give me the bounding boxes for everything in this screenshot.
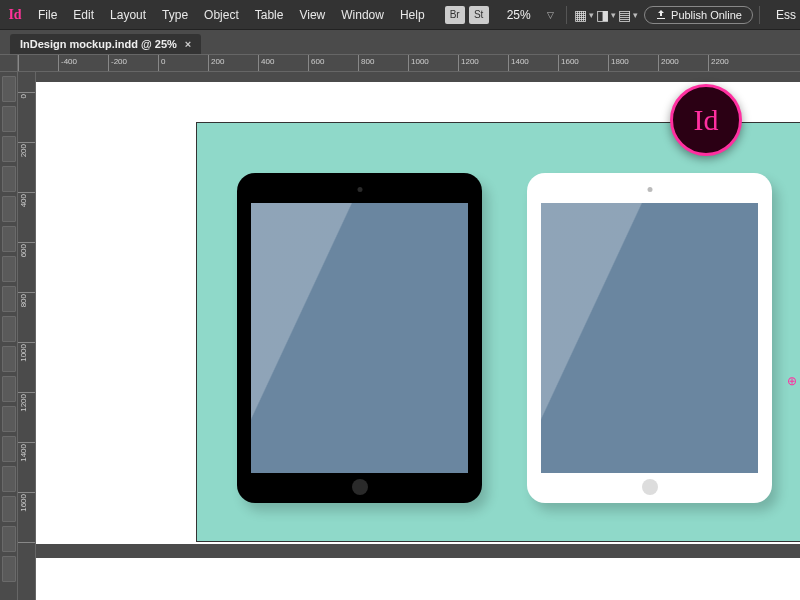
page-gap <box>36 544 800 558</box>
next-page-edge <box>36 558 800 600</box>
stock-icon[interactable]: St <box>469 6 489 24</box>
tool-slot[interactable] <box>2 406 16 432</box>
tools-panel <box>0 72 18 600</box>
ruler-tick <box>18 55 19 71</box>
ruler-tick: 0 <box>18 92 35 93</box>
tool-slot[interactable] <box>2 316 16 342</box>
ruler-tick: 800 <box>358 55 359 71</box>
document-canvas[interactable] <box>36 72 800 600</box>
document-tab-strip: InDesign mockup.indd @ 25% × <box>0 30 800 54</box>
ruler-tick: 1600 <box>558 55 559 71</box>
ruler-tick: 200 <box>18 142 35 143</box>
ruler-tick: 0 <box>158 55 159 71</box>
home-button-icon <box>642 479 658 495</box>
tool-slot[interactable] <box>2 526 16 552</box>
ruler-tick: -200 <box>108 55 109 71</box>
tool-slot[interactable] <box>2 106 16 132</box>
ruler-tick: 600 <box>308 55 309 71</box>
ruler-tick: 2000 <box>658 55 659 71</box>
camera-icon <box>357 187 362 192</box>
menu-file[interactable]: File <box>30 0 65 30</box>
ruler-tick: 600 <box>18 242 35 243</box>
document-tab-title: InDesign mockup.indd @ 25% <box>20 38 177 50</box>
main-menu: File Edit Layout Type Object Table View … <box>30 0 433 30</box>
workspace: 02004006008001000120014001600 <box>0 72 800 600</box>
tool-slot[interactable] <box>2 286 16 312</box>
screen-mode-icon[interactable]: ◨▾ <box>595 0 617 30</box>
app-logo: Id <box>0 7 30 23</box>
ruler-tick: 800 <box>18 292 35 293</box>
ruler-tick: 1000 <box>408 55 409 71</box>
tool-slot[interactable] <box>2 556 16 582</box>
ruler-tick: 1000 <box>18 342 35 343</box>
ruler-tick: 400 <box>258 55 259 71</box>
top-menu-bar: Id File Edit Layout Type Object Table Vi… <box>0 0 800 30</box>
menu-view[interactable]: View <box>291 0 333 30</box>
tablet-screen <box>541 203 758 473</box>
ruler-tick: 400 <box>18 192 35 193</box>
tool-slot[interactable] <box>2 466 16 492</box>
tool-slot[interactable] <box>2 376 16 402</box>
publish-online-button[interactable]: Publish Online <box>644 6 753 24</box>
ruler-tick <box>18 542 35 543</box>
ruler-tick: 1400 <box>508 55 509 71</box>
ruler-tick: 200 <box>208 55 209 71</box>
menu-object[interactable]: Object <box>196 0 247 30</box>
zoom-level-label: 25% <box>507 8 531 22</box>
bridge-icon[interactable]: Br <box>445 6 465 24</box>
tool-slot[interactable] <box>2 196 16 222</box>
tool-slot[interactable] <box>2 136 16 162</box>
home-button-icon <box>352 479 368 495</box>
tool-slot[interactable] <box>2 346 16 372</box>
tablet-mockup-black[interactable] <box>237 173 482 503</box>
horizontal-ruler[interactable]: -400-20002004006008001000120014001600180… <box>0 54 800 72</box>
menu-type[interactable]: Type <box>154 0 196 30</box>
view-options-icon[interactable]: ▦▾ <box>573 0 595 30</box>
tablet-screen <box>251 203 468 473</box>
indesign-badge-icon: Id <box>670 84 742 156</box>
overset-text-icon[interactable]: ⊕ <box>787 374 797 384</box>
toolbar-divider <box>759 6 760 24</box>
zoom-level-dropdown[interactable]: 25% ▽ <box>501 0 560 30</box>
menu-layout[interactable]: Layout <box>102 0 154 30</box>
chevron-down-icon: ▽ <box>547 10 554 20</box>
tablet-mockup-white[interactable] <box>527 173 772 503</box>
pasteboard <box>36 82 800 600</box>
ruler-tick: 1400 <box>18 442 35 443</box>
document-tab[interactable]: InDesign mockup.indd @ 25% × <box>10 34 201 54</box>
menu-edit[interactable]: Edit <box>65 0 102 30</box>
publish-online-label: Publish Online <box>671 9 742 21</box>
close-icon[interactable]: × <box>185 38 191 50</box>
page-artboard[interactable] <box>196 122 800 542</box>
menu-window[interactable]: Window <box>333 0 392 30</box>
camera-icon <box>647 187 652 192</box>
ruler-tick: 1200 <box>458 55 459 71</box>
ruler-tick: 2200 <box>708 55 709 71</box>
tool-slot[interactable] <box>2 496 16 522</box>
tool-slot[interactable] <box>2 436 16 462</box>
tool-slot[interactable] <box>2 256 16 282</box>
tool-slot[interactable] <box>2 166 16 192</box>
ruler-tick: -400 <box>58 55 59 71</box>
ruler-tick: 1200 <box>18 392 35 393</box>
upload-icon <box>655 9 667 21</box>
toolbar-divider <box>566 6 567 24</box>
tool-slot[interactable] <box>2 226 16 252</box>
menu-table[interactable]: Table <box>247 0 292 30</box>
ruler-tick: 1800 <box>608 55 609 71</box>
ruler-origin-box[interactable] <box>0 55 18 71</box>
vertical-ruler[interactable]: 02004006008001000120014001600 <box>18 72 36 600</box>
tool-slot[interactable] <box>2 76 16 102</box>
ruler-tick: 1600 <box>18 492 35 493</box>
menu-help[interactable]: Help <box>392 0 433 30</box>
arrange-icon[interactable]: ▤▾ <box>617 0 639 30</box>
workspace-switcher[interactable]: Ess <box>776 8 796 22</box>
